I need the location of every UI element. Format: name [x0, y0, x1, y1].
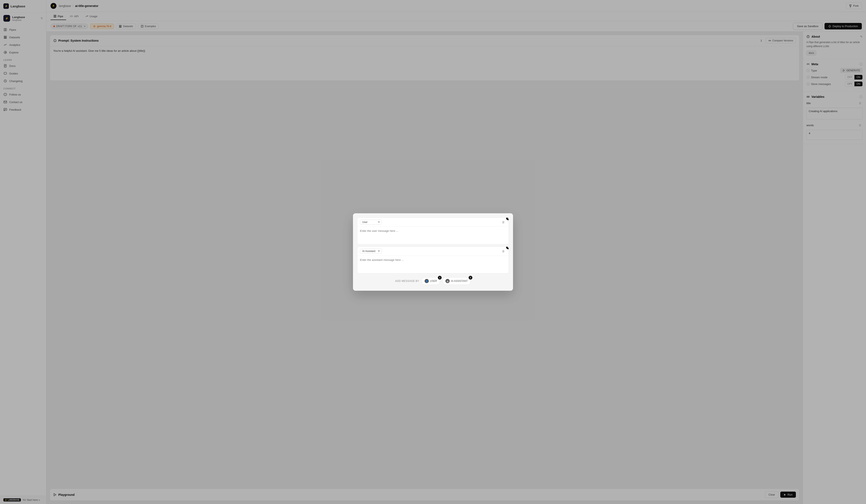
assistant-message-textarea[interactable]: [357, 256, 509, 273]
messages-modal: 3 User AI Assistant 🗑 4: [353, 213, 513, 291]
add-assistant-button[interactable]: 2 🤖 AI ASSISTANT: [442, 277, 471, 285]
main-content: ⚡ langbase / ai-title-generator Fork Pip…: [46, 0, 866, 504]
add-user-button[interactable]: 1 👤 USER: [421, 277, 440, 285]
user-message-delete[interactable]: 🗑: [501, 219, 506, 225]
assistant-message-block: 4 User AI Assistant 🗑: [357, 247, 509, 273]
add-user-label: USER: [430, 279, 437, 283]
assistant-message-delete[interactable]: 🗑: [501, 249, 506, 254]
user-message-header: User AI Assistant 🗑: [357, 218, 509, 227]
user-add-icon: 👤: [424, 279, 429, 283]
assistant-add-icon: 🤖: [445, 279, 449, 283]
assistant-role-select[interactable]: User AI Assistant: [360, 249, 382, 254]
assistant-message-header: User AI Assistant 🗑: [357, 247, 509, 256]
user-role-select[interactable]: User AI Assistant: [360, 220, 382, 225]
add-message-bar: ADD MESSAGE BY 1 👤 USER 2 🤖 AI ASSISTANT: [357, 276, 509, 286]
content-area: Prompt: System Instructions ℹ Compare Ve…: [46, 32, 866, 504]
add-user-num: 1: [438, 276, 442, 279]
add-assistant-label: AI ASSISTANT: [451, 279, 468, 283]
user-message-block: 3 User AI Assistant 🗑: [357, 218, 509, 244]
modal-overlay: 3 User AI Assistant 🗑 4: [46, 32, 803, 504]
add-assistant-num: 2: [469, 276, 473, 279]
left-panel: Prompt: System Instructions ℹ Compare Ve…: [46, 32, 803, 504]
add-message-label: ADD MESSAGE BY: [395, 279, 419, 283]
user-message-textarea[interactable]: [357, 227, 509, 243]
